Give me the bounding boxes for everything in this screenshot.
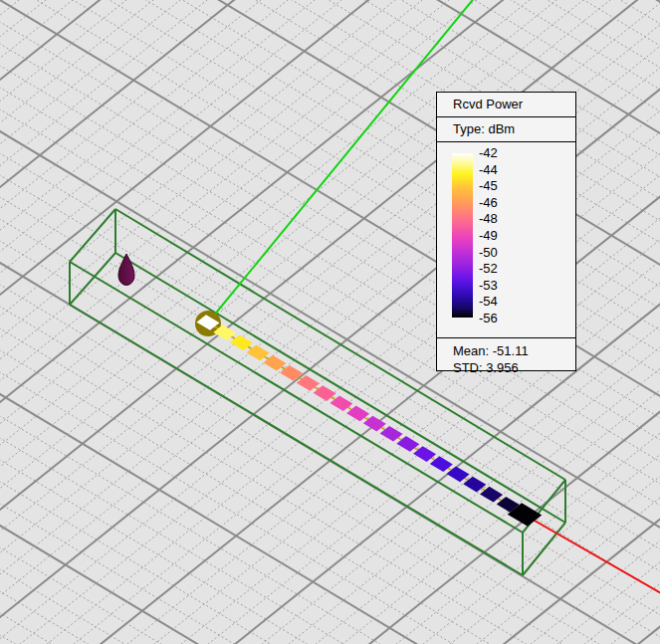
legend-std-value: STD: 3.956 xyxy=(453,359,575,376)
legend-title: Rcvd Power xyxy=(437,93,575,117)
legend-tick-label: -54 xyxy=(479,295,498,309)
legend-tick-label: -53 xyxy=(479,279,498,293)
legend-tick-label: -49 xyxy=(479,229,498,243)
legend-colorbar xyxy=(452,153,473,318)
legend-tick-label: -46 xyxy=(479,196,498,210)
legend-tick-label: -50 xyxy=(479,246,498,260)
legend-tick-label: -56 xyxy=(479,312,498,325)
legend-tick-label: -42 xyxy=(479,146,498,160)
legend-tick-label: -45 xyxy=(479,179,498,193)
legend-panel[interactable]: Rcvd Power Type: dBm -42-44-45-46-48-49-… xyxy=(436,92,576,371)
legend-colorbar-zone: -42-44-45-46-48-49-50-52-53-54-56 xyxy=(437,142,575,338)
legend-type-label: Type: dBm xyxy=(437,117,575,142)
legend-tick-labels: -42-44-45-46-48-49-50-52-53-54-56 xyxy=(479,146,498,325)
legend-tick-label: -44 xyxy=(479,163,498,177)
legend-tick-label: -52 xyxy=(479,262,498,276)
legend-mean-value: Mean: -51.11 xyxy=(453,342,575,359)
legend-stats: Mean: -51.11 STD: 3.956 xyxy=(437,338,575,376)
legend-tick-label: -48 xyxy=(479,212,498,226)
